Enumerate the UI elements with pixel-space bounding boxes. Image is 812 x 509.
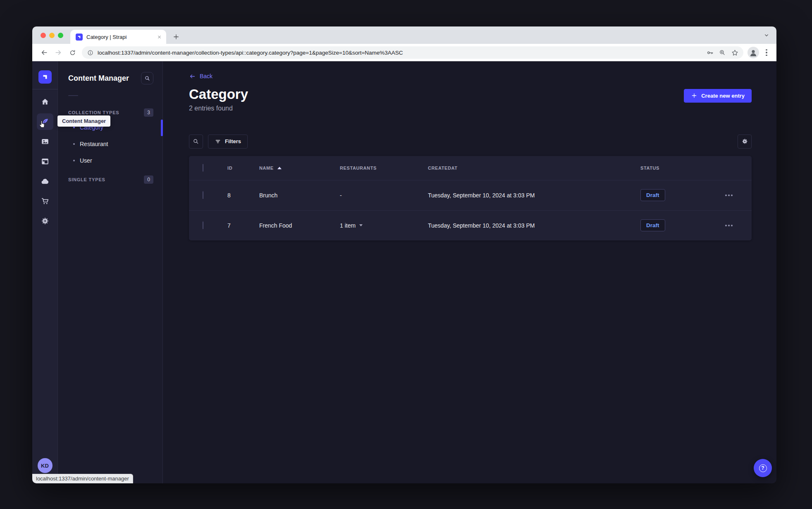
single-types-header[interactable]: SINGLE TYPES 0 (68, 173, 153, 186)
row-actions-menu-icon[interactable] (720, 194, 752, 196)
url-text[interactable]: localhost:1337/admin/content-manager/col… (98, 50, 703, 56)
row-checkbox[interactable] (203, 221, 203, 229)
status-url-tooltip: localhost:1337/admin/content-manager (32, 474, 133, 483)
browser-menu-icon[interactable] (762, 48, 771, 58)
subnav-item-restaurant[interactable]: Restaurant (68, 136, 153, 152)
select-all-checkbox[interactable] (203, 164, 203, 172)
single-types-label: SINGLE TYPES (68, 177, 105, 182)
search-entries-button[interactable] (189, 134, 203, 149)
back-link[interactable]: Back (189, 72, 213, 80)
search-icon (193, 138, 199, 145)
help-button[interactable]: ? (754, 459, 772, 477)
subnav-search-button[interactable] (141, 72, 153, 84)
reload-icon[interactable] (67, 47, 78, 58)
status-badge: Draft (640, 189, 665, 201)
subnav-item-label: User (80, 157, 92, 164)
nav-tooltip: Content Manager (57, 115, 110, 127)
collection-types-label: COLLECTION TYPES (68, 110, 119, 115)
strapi-app: KD Content Manager COLLECTION TYPES 3 Ca… (32, 61, 776, 483)
rail-divider (32, 89, 58, 89)
nav-content-type-builder-icon[interactable] (37, 153, 53, 170)
forward-nav-icon[interactable] (53, 47, 64, 58)
chevron-down-icon (359, 224, 363, 226)
nav-home-icon[interactable] (37, 94, 53, 110)
bullet-icon (73, 143, 75, 145)
table-row[interactable]: 7 French Food 1 item Tuesday, September … (189, 210, 752, 240)
list-toolbar: Filters (189, 134, 752, 149)
header-id[interactable]: ID (227, 166, 259, 170)
row-actions-menu-icon[interactable] (720, 225, 752, 226)
header-status: STATUS (640, 166, 720, 170)
cell-restaurants[interactable]: 1 item (340, 222, 428, 229)
nav-marketplace-cart-icon[interactable] (37, 193, 53, 209)
bookmark-star-icon[interactable] (729, 47, 740, 58)
cell-id: 8 (227, 192, 259, 199)
single-types-section: SINGLE TYPES 0 (68, 173, 153, 186)
cell-name: French Food (259, 222, 340, 229)
cell-createdat: Tuesday, September 10, 2024 at 3:03 PM (428, 192, 640, 199)
new-tab-button[interactable] (170, 31, 182, 43)
collection-types-count-badge: 3 (144, 108, 153, 117)
cursor-pointer-icon (38, 120, 46, 129)
sort-ascending-icon (277, 167, 282, 169)
minimize-window-button[interactable] (49, 33, 55, 38)
bullet-icon (73, 127, 75, 128)
page-title: Category (189, 87, 248, 102)
window-controls (41, 33, 63, 38)
subnav-item-label: Restaurant (80, 141, 108, 147)
entries-count: 2 entries found (189, 105, 248, 112)
close-window-button[interactable] (41, 33, 46, 38)
user-avatar[interactable]: KD (38, 458, 53, 473)
back-nav-icon[interactable] (38, 47, 50, 58)
plus-icon (691, 92, 697, 99)
address-bar[interactable]: localhost:1337/admin/content-manager/col… (82, 46, 743, 59)
tab-search-chevron-icon[interactable] (762, 31, 771, 39)
header-restaurants: RESTAURANTS (340, 166, 428, 170)
row-checkbox[interactable] (203, 191, 203, 199)
header-name[interactable]: NAME (259, 166, 340, 170)
back-label: Back (200, 73, 213, 79)
table-row[interactable]: 8 Brunch - Tuesday, September 10, 2024 a… (189, 180, 752, 210)
header-createdat: CREATEDAT (428, 166, 640, 170)
subnav-item-user[interactable]: User (68, 152, 153, 169)
filters-label: Filters (225, 138, 241, 144)
nav-media-library-icon[interactable] (37, 133, 53, 150)
filters-button[interactable]: Filters (208, 134, 248, 149)
site-info-icon[interactable] (87, 49, 94, 56)
table-header-row: ID NAME RESTAURANTS CREATEDAT STATUS (189, 156, 752, 180)
cell-createdat: Tuesday, September 10, 2024 at 3:03 PM (428, 222, 640, 229)
cell-name: Brunch (259, 192, 340, 199)
password-key-icon[interactable] (705, 47, 715, 58)
subnav-divider (68, 95, 78, 96)
cell-id: 7 (227, 222, 259, 229)
back-arrow-icon (189, 73, 196, 80)
nav-cloud-icon[interactable] (37, 173, 53, 190)
status-badge: Draft (640, 219, 665, 231)
tab-title: Category | Strapi (86, 34, 152, 40)
cell-restaurants: - (340, 192, 428, 199)
create-new-entry-button[interactable]: Create new entry (684, 89, 752, 103)
nav-settings-gear-icon[interactable] (37, 213, 53, 229)
entries-table: ID NAME RESTAURANTS CREATEDAT STATUS 8 B… (189, 156, 752, 240)
view-settings-button[interactable] (738, 134, 752, 149)
browser-toolbar: localhost:1337/admin/content-manager/col… (32, 44, 776, 61)
gear-icon (741, 138, 748, 145)
browser-profile-icon[interactable] (748, 47, 759, 58)
subnav-title: Content Manager (68, 74, 129, 83)
tab-strip: Category | Strapi (32, 26, 776, 44)
maximize-window-button[interactable] (58, 33, 63, 38)
zoom-page-icon[interactable] (717, 47, 728, 58)
tab-close-icon[interactable] (155, 33, 163, 41)
filter-icon (215, 138, 221, 145)
main-content: Back Category 2 entries found Create new… (163, 61, 776, 483)
browser-tab[interactable]: Category | Strapi (70, 30, 166, 44)
browser-window: Category | Strapi localhost:1337/admin/c… (32, 26, 776, 483)
single-types-count-badge: 0 (144, 175, 153, 184)
question-mark-icon: ? (759, 464, 767, 472)
bullet-icon (73, 160, 75, 161)
strapi-logo-icon[interactable] (38, 70, 52, 84)
strapi-favicon-icon (76, 34, 83, 41)
create-new-entry-label: Create new entry (701, 93, 745, 99)
